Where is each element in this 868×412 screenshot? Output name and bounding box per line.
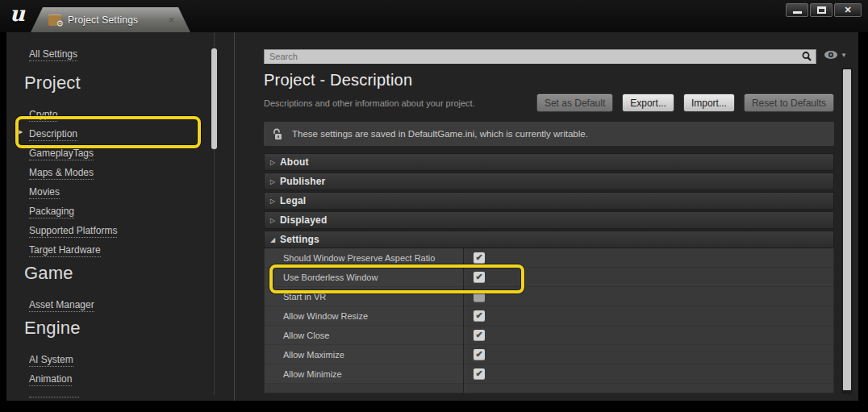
tab-project-settings[interactable]: ⚙ Project Settings × [31,7,190,32]
expanded-triangle-icon: ◢ [270,236,280,243]
allow-maximize-checkbox[interactable]: ✔ [474,349,485,360]
setting-row-allow-minimize: Allow Minimize ✔ [265,364,833,384]
sidebar-item-description[interactable]: Description [29,129,77,141]
tab-close-icon[interactable]: × [169,15,174,25]
allow-minimize-checkbox[interactable]: ✔ [474,368,485,380]
unreal-engine-logo-icon: u [10,2,25,26]
sidebar-heading-engine: Engine [24,318,81,339]
setting-label: Allow Minimize [265,364,463,384]
allow-close-checkbox[interactable]: ✔ [474,330,485,341]
section-header-legal[interactable]: ▷ Legal [264,192,834,210]
setting-row-allow-window-resize: Allow Window Resize ✔ [265,306,833,326]
eye-icon [824,50,838,60]
setting-label: Use Borderless Window [265,268,463,287]
sidebar-item-all-settings[interactable]: All Settings [29,49,77,61]
sidebar-item-packaging[interactable]: Packaging [29,206,74,218]
sidebar-item-gameplaytags[interactable]: GameplayTags [29,148,94,160]
setting-row-use-borderless-window: Use Borderless Window ✔ [265,268,833,287]
maximize-icon [817,6,826,14]
sidebar-item-movies[interactable]: Movies [29,187,60,199]
start-in-vr-checkbox[interactable]: ✔ [474,291,485,302]
sidebar-item-clipped [29,393,79,397]
maximize-button[interactable] [810,3,833,17]
title-bar: u ⚙ Project Settings × ✕ [0,0,868,32]
setting-row-allow-maximize: Allow Maximize ✔ [265,345,833,364]
setting-label: Start in VR [265,287,463,306]
section-label: Displayed [280,214,328,226]
config-file-info-text: These settings are saved in DefaultGame.… [292,129,588,139]
settings-detail-panel: Search ▼ [235,32,858,401]
project-settings-window: u ⚙ Project Settings × ✕ All Settings Pr… [0,0,868,412]
preserve-aspect-ratio-checkbox[interactable]: ✔ [474,252,485,264]
use-borderless-window-checkbox[interactable]: ✔ [474,272,485,283]
collapsed-triangle-icon: ▷ [270,217,280,224]
page-title: Project - Description [264,71,412,89]
setting-row-start-in-vr: Start in VR ✔ [265,287,833,306]
view-options-button[interactable]: ▼ [824,50,847,60]
set-as-default-button[interactable]: Set as Default [536,94,613,112]
setting-label: Should Window Preserve Aspect Ratio [265,248,463,268]
search-placeholder: Search [269,52,801,61]
reset-to-defaults-button[interactable]: Reset to Defaults [744,94,834,112]
setting-label: Allow Window Resize [265,306,463,326]
section-label: Publisher [280,176,325,187]
sidebar-item-maps-modes[interactable]: Maps & Modes [29,168,94,180]
setting-row-allow-close: Allow Close ✔ [265,326,833,345]
collapsed-triangle-icon: ▷ [270,178,280,185]
sidebar-heading-game: Game [24,263,73,284]
section-label: About [280,156,309,168]
sidebar-item-target-hardware[interactable]: Target Hardware [29,245,101,257]
section-label: Settings [280,234,319,245]
sidebar-item-crypto[interactable]: Crypto [29,110,57,122]
section-label: Legal [280,195,306,206]
section-header-publisher[interactable]: ▷ Publisher [264,173,834,190]
section-header-settings[interactable]: ◢ Settings [264,231,834,248]
tab-title: Project Settings [68,15,138,26]
settings-section-body: Should Window Preserve Aspect Ratio ✔ Us… [264,248,834,393]
setting-label: Allow Maximize [265,345,463,364]
settings-sections: ▷ About ▷ Publisher ▷ Legal ▷ Displayed … [264,153,834,393]
selected-item-arrow-icon: ▶ [18,128,23,135]
collapsed-triangle-icon: ▷ [270,198,280,205]
close-icon: ✕ [844,5,851,15]
sidebar-scrollbar-thumb[interactable] [211,48,217,149]
setting-row-preserve-aspect-ratio: Should Window Preserve Aspect Ratio ✔ [265,248,833,268]
content-area: All Settings Project Crypto ▶ Descriptio… [6,32,858,401]
minimize-button[interactable] [786,3,808,17]
allow-window-resize-checkbox[interactable]: ✔ [474,310,485,322]
minimize-icon [793,11,802,14]
main-scrollbar-thumb[interactable] [843,69,851,390]
import-button[interactable]: Import... [683,94,735,112]
project-settings-gear-icon: ⚙ [48,15,61,26]
section-header-about[interactable]: ▷ About [264,153,834,171]
chevron-down-icon: ▼ [841,52,847,59]
settings-category-sidebar: All Settings Project Crypto ▶ Descriptio… [6,32,234,401]
sidebar-item-supported-platforms[interactable]: Supported Platforms [29,226,117,238]
window-controls: ✕ [786,3,862,17]
collapsed-triangle-icon: ▷ [270,159,280,166]
config-file-info-bar: These settings are saved in DefaultGame.… [264,122,834,146]
section-header-displayed[interactable]: ▷ Displayed [264,211,834,229]
action-button-row: Set as Default Export... Import... Reset… [264,94,834,112]
sidebar-item-asset-manager[interactable]: Asset Manager [29,300,94,312]
setting-label: Allow Close [265,326,463,345]
sidebar-item-ai-system[interactable]: AI System [29,355,73,367]
search-icon [801,51,812,62]
sidebar-item-animation[interactable]: Animation [29,374,72,386]
sidebar-heading-project: Project [24,73,81,94]
unlocked-padlock-icon [273,128,282,140]
export-button[interactable]: Export... [622,94,674,112]
search-input[interactable]: Search [264,49,816,64]
close-button[interactable]: ✕ [834,3,862,17]
